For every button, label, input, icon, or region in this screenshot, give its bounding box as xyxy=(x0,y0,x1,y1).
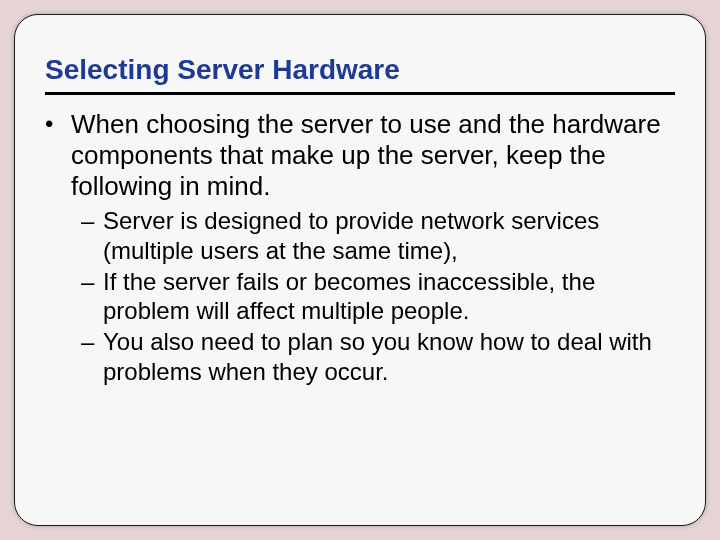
main-bullet-text: When choosing the server to use and the … xyxy=(71,109,675,203)
sub-bullet-list: – Server is designed to provide network … xyxy=(81,206,675,386)
sub-bullet: – You also need to plan so you know how … xyxy=(81,327,675,386)
slide-title: Selecting Server Hardware xyxy=(45,55,675,86)
slide-stage: Selecting Server Hardware • When choosin… xyxy=(0,0,720,540)
sub-bullet-text: Server is designed to provide network se… xyxy=(103,206,675,265)
dash-icon: – xyxy=(81,267,103,326)
title-underline xyxy=(45,92,675,95)
sub-bullet: – If the server fails or becomes inacces… xyxy=(81,267,675,326)
main-bullet: • When choosing the server to use and th… xyxy=(45,109,675,203)
dash-icon: – xyxy=(81,206,103,265)
slide-card: Selecting Server Hardware • When choosin… xyxy=(14,14,706,526)
bullet-icon: • xyxy=(45,109,71,203)
slide-body: • When choosing the server to use and th… xyxy=(45,109,675,386)
sub-bullet-text: You also need to plan so you know how to… xyxy=(103,327,675,386)
dash-icon: – xyxy=(81,327,103,386)
sub-bullet: – Server is designed to provide network … xyxy=(81,206,675,265)
sub-bullet-text: If the server fails or becomes inaccessi… xyxy=(103,267,675,326)
